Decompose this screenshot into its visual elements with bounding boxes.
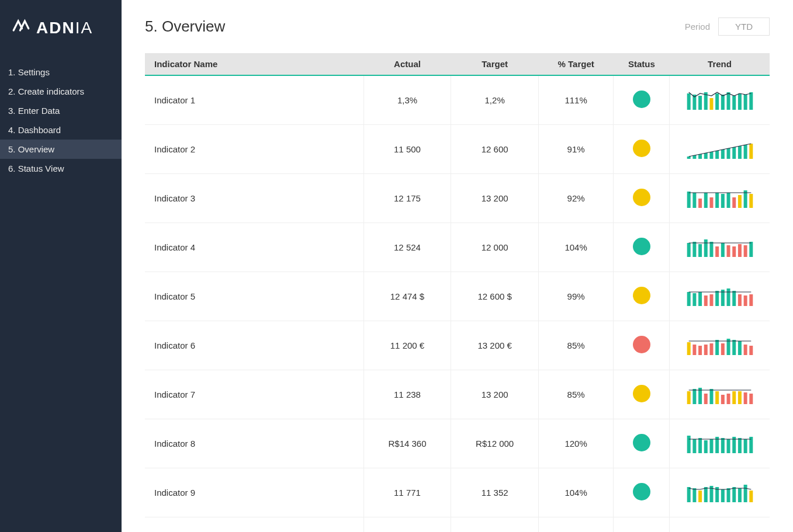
- svg-rect-79: [726, 394, 730, 404]
- main-content: 5. Overview Period YTD Indicator Name Ac…: [122, 0, 793, 532]
- svg-rect-18: [721, 149, 725, 159]
- svg-rect-31: [726, 193, 730, 208]
- cell-status: [614, 468, 670, 517]
- cell-status: [614, 517, 670, 533]
- svg-rect-35: [749, 194, 753, 208]
- cell-trend: [670, 174, 770, 223]
- cell-status: [614, 370, 670, 419]
- cell-target: 13 200: [451, 517, 539, 533]
- sidebar-item-2[interactable]: 3. Enter Data: [0, 101, 122, 120]
- svg-rect-80: [732, 391, 736, 404]
- svg-rect-23: [749, 144, 753, 159]
- svg-rect-51: [704, 295, 707, 306]
- table-body: Indicator 11,3%1,2%111%Indicator 211 500…: [145, 75, 770, 532]
- svg-rect-96: [687, 487, 690, 502]
- table-header-row: Indicator Name Actual Target % Target St…: [145, 53, 770, 75]
- status-dot-icon: [633, 336, 650, 353]
- svg-rect-62: [698, 346, 702, 355]
- cell-pct: 91%: [538, 125, 613, 174]
- sidebar-item-4[interactable]: 5. Overview: [0, 140, 122, 159]
- svg-rect-20: [732, 147, 736, 159]
- status-dot-icon: [633, 483, 650, 500]
- svg-rect-15: [704, 153, 707, 159]
- svg-rect-83: [749, 394, 753, 404]
- cell-actual: 11 200 €: [363, 321, 451, 370]
- sidebar-item-1[interactable]: 2. Create indicators: [0, 82, 122, 101]
- svg-rect-32: [732, 197, 736, 208]
- svg-rect-85: [692, 439, 696, 453]
- sidebar: ADNIA 1. Settings2. Create indicators3. …: [0, 0, 122, 532]
- svg-rect-26: [698, 199, 702, 208]
- period-select[interactable]: YTD: [718, 18, 770, 36]
- cell-name: Indicator 10: [145, 517, 363, 533]
- cell-status: [614, 419, 670, 468]
- table-row: Indicator 412 52412 000104%: [145, 223, 770, 272]
- svg-rect-82: [743, 392, 747, 404]
- svg-rect-107: [749, 491, 753, 502]
- cell-name: Indicator 7: [145, 370, 363, 419]
- svg-rect-22: [743, 145, 747, 159]
- sidebar-item-5[interactable]: 6. Status View: [0, 159, 122, 178]
- col-header-actual: Actual: [363, 53, 451, 75]
- cell-target: 13 200: [451, 174, 539, 223]
- cell-trend: [670, 468, 770, 517]
- cell-trend: [670, 272, 770, 321]
- cell-name: Indicator 3: [145, 174, 363, 223]
- status-dot-icon: [633, 385, 650, 402]
- svg-rect-17: [715, 151, 719, 159]
- svg-rect-42: [721, 243, 725, 257]
- status-dot-icon: [633, 140, 650, 157]
- cell-trend: [670, 75, 770, 125]
- cell-target: 12 600: [451, 125, 539, 174]
- sidebar-item-0[interactable]: 1. Settings: [0, 62, 122, 82]
- svg-rect-106: [743, 485, 747, 502]
- svg-rect-99: [704, 487, 707, 502]
- cell-actual: R$14 360: [363, 419, 451, 468]
- svg-rect-57: [738, 294, 742, 306]
- svg-rect-28: [709, 197, 713, 208]
- svg-rect-43: [726, 245, 730, 257]
- cell-target: 1,2%: [451, 75, 539, 125]
- svg-rect-87: [704, 440, 707, 453]
- svg-rect-59: [749, 294, 753, 306]
- status-dot-icon: [633, 189, 650, 206]
- svg-rect-9: [738, 93, 742, 110]
- svg-rect-70: [743, 345, 747, 355]
- cell-actual: 12 474 $: [363, 272, 451, 321]
- svg-rect-56: [732, 291, 736, 306]
- status-dot-icon: [633, 91, 650, 108]
- cell-actual: 12 524: [363, 223, 451, 272]
- svg-rect-41: [715, 246, 719, 257]
- cell-status: [614, 272, 670, 321]
- svg-rect-0: [687, 93, 690, 110]
- svg-rect-73: [692, 389, 696, 404]
- svg-rect-6: [721, 95, 725, 110]
- brand-name: ADNIA: [36, 19, 93, 37]
- cell-target: R$12 000: [451, 419, 539, 468]
- col-header-name: Indicator Name: [145, 53, 363, 75]
- brand-logo: ADNIA: [0, 0, 122, 62]
- svg-rect-81: [738, 391, 742, 404]
- sidebar-item-3[interactable]: 4. Dashboard: [0, 120, 122, 140]
- overview-table: Indicator Name Actual Target % Target St…: [145, 53, 770, 532]
- svg-rect-72: [687, 391, 690, 404]
- table-row: Indicator 312 17513 20092%: [145, 174, 770, 223]
- status-dot-icon: [633, 434, 650, 451]
- cell-target: 11 352: [451, 468, 539, 517]
- cell-pct: 87%: [538, 517, 613, 533]
- svg-rect-30: [721, 194, 725, 208]
- svg-rect-33: [738, 195, 742, 208]
- svg-rect-36: [687, 243, 690, 257]
- table-row: Indicator 1011 49813 20087%: [145, 517, 770, 533]
- svg-rect-94: [743, 439, 747, 453]
- svg-rect-71: [749, 346, 753, 355]
- cell-name: Indicator 2: [145, 125, 363, 174]
- svg-rect-104: [732, 487, 736, 502]
- svg-rect-39: [704, 239, 707, 257]
- cell-status: [614, 174, 670, 223]
- cell-trend: [670, 419, 770, 468]
- cell-target: 13 200 €: [451, 321, 539, 370]
- status-dot-icon: [633, 238, 650, 255]
- logo-icon: [12, 16, 30, 39]
- svg-rect-98: [698, 491, 702, 502]
